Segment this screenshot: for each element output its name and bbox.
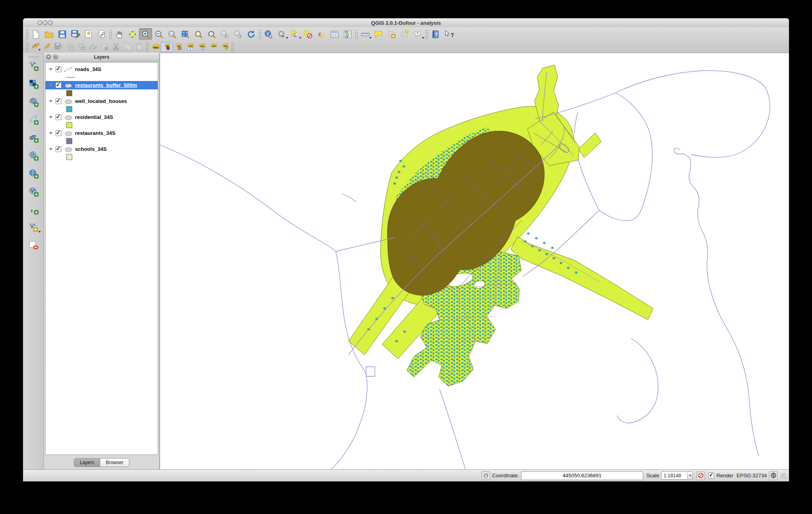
field-calculator-button[interactable] <box>341 28 354 40</box>
toolbar-grip[interactable] <box>109 30 112 39</box>
move-label-button[interactable]: abc <box>196 42 207 52</box>
layer-row-roads[interactable]: roads_34S <box>46 65 158 73</box>
select-features-button[interactable] <box>288 28 301 40</box>
add-wcs-layer-button[interactable] <box>26 167 41 180</box>
add-feature-button[interactable] <box>64 42 75 52</box>
scale-combobox[interactable]: 1:18148 <box>661 471 693 480</box>
map-canvas[interactable] <box>160 53 789 469</box>
show-bookmarks-button[interactable] <box>398 28 411 40</box>
help-contents-button[interactable]: ? <box>429 28 442 40</box>
pin-labels-button[interactable]: ab <box>161 42 172 52</box>
cut-features-button[interactable] <box>110 42 122 52</box>
save-project-as-button[interactable] <box>69 28 82 40</box>
composer-manager-button[interactable] <box>95 28 108 40</box>
stop-render-button[interactable] <box>696 471 705 480</box>
expand-triangle-icon[interactable] <box>49 132 53 134</box>
toolbar-grip[interactable] <box>146 42 149 51</box>
current-edits-button[interactable] <box>29 42 41 52</box>
pan-map-button[interactable] <box>113 28 126 40</box>
zoom-to-layer-button[interactable] <box>205 28 218 40</box>
zoom-out-button[interactable] <box>152 28 165 40</box>
mouse-position-toggle-button[interactable] <box>481 471 490 480</box>
add-spatialite-layer-button[interactable] <box>26 113 41 126</box>
layer-row-restaurants-buffer[interactable]: restaurants_buffer_500m <box>46 81 158 89</box>
rotate-label-button[interactable]: abc <box>207 42 219 52</box>
expand-triangle-icon[interactable] <box>49 84 53 87</box>
toolbar-grip[interactable] <box>26 30 28 39</box>
toolbar-grip[interactable] <box>231 42 234 51</box>
remove-layer-button[interactable] <box>26 239 41 252</box>
delete-selected-button[interactable] <box>99 42 110 52</box>
layer-checkbox[interactable] <box>55 130 61 136</box>
new-project-button[interactable] <box>29 28 42 40</box>
toolbar-grip[interactable] <box>355 30 358 39</box>
toolbar-grip[interactable] <box>425 30 428 39</box>
whats-this-button[interactable]: ? <box>442 28 455 40</box>
layer-checkbox[interactable] <box>55 82 61 88</box>
save-project-button[interactable] <box>55 28 69 40</box>
add-delimited-text-layer-button[interactable]: , <box>26 203 41 216</box>
tab-browser[interactable]: Browser <box>100 458 129 467</box>
change-label-button[interactable]: abc <box>219 42 230 52</box>
add-mssql-layer-button[interactable] <box>26 131 41 144</box>
refresh-map-button[interactable] <box>244 28 257 40</box>
save-layer-edits-button[interactable] <box>52 42 64 52</box>
panel-close-icon[interactable]: ✕ <box>46 54 51 59</box>
layer-row-residential[interactable]: residential_34S <box>46 113 158 121</box>
title-bar[interactable]: QGIS 2.0.1-Dufour - analysis <box>23 18 789 28</box>
zoom-to-selection-button[interactable] <box>192 28 205 40</box>
toolbar-grip[interactable] <box>26 42 28 51</box>
zoom-full-button[interactable] <box>178 28 192 40</box>
add-raster-layer-button[interactable] <box>26 77 41 90</box>
highlight-pinned-labels-button[interactable]: ab <box>172 42 184 52</box>
zoom-in-button[interactable] <box>139 28 152 40</box>
new-print-composer-button[interactable] <box>82 28 95 40</box>
layer-row-schools[interactable]: schools_34S <box>46 145 158 153</box>
expand-triangle-icon[interactable] <box>49 100 53 103</box>
panel-float-icon[interactable]: ❐ <box>53 54 58 59</box>
crs-status-button[interactable] <box>769 471 778 480</box>
layer-checkbox[interactable] <box>55 146 61 152</box>
run-feature-action-button[interactable] <box>275 28 288 40</box>
toolbar-grip[interactable] <box>29 56 38 59</box>
select-by-expression-button[interactable]: ε <box>315 28 328 40</box>
zoom-window-button[interactable] <box>48 20 53 25</box>
zoom-native-button[interactable]: 1:1 <box>165 28 178 40</box>
identify-features-button[interactable]: i <box>262 28 275 40</box>
coordinate-input[interactable] <box>521 471 643 480</box>
pan-to-selection-button[interactable] <box>126 28 139 40</box>
layer-row-restaurants[interactable]: restaurants_34S <box>46 129 158 137</box>
zoom-next-button[interactable] <box>231 28 244 40</box>
toggle-editing-button[interactable] <box>41 42 52 52</box>
layer-checkbox[interactable] <box>55 66 61 72</box>
resize-grip[interactable] <box>781 473 786 478</box>
expand-triangle-icon[interactable] <box>49 148 53 150</box>
show-hide-labels-button[interactable]: abc <box>184 42 196 52</box>
add-vector-layer-button[interactable] <box>26 59 41 72</box>
paste-features-button[interactable] <box>133 42 145 52</box>
layer-labeling-button[interactable]: abc <box>149 42 161 52</box>
expand-triangle-icon[interactable] <box>49 68 53 71</box>
new-shapefile-layer-button[interactable] <box>26 221 41 234</box>
minimize-window-button[interactable] <box>43 20 48 25</box>
new-bookmark-button[interactable] <box>385 28 398 40</box>
layer-row-well-located-houses[interactable]: well_located_houses <box>46 97 158 105</box>
layer-checkbox[interactable] <box>55 114 61 120</box>
copy-features-button[interactable] <box>122 42 133 52</box>
toolbar-grip[interactable] <box>258 30 261 39</box>
add-wfs-layer-button[interactable] <box>26 185 41 198</box>
zoom-last-button[interactable] <box>218 28 231 40</box>
tab-layers[interactable]: Layers <box>74 458 100 467</box>
map-tips-button[interactable] <box>372 28 385 40</box>
close-window-button[interactable] <box>38 20 42 25</box>
layer-checkbox[interactable] <box>55 98 61 104</box>
expand-triangle-icon[interactable] <box>49 116 53 119</box>
add-wms-layer-button[interactable] <box>26 149 41 162</box>
measure-line-button[interactable] <box>358 28 372 40</box>
open-attribute-table-button[interactable] <box>328 28 341 40</box>
node-tool-button[interactable] <box>87 42 99 52</box>
render-checkbox[interactable] <box>708 472 714 478</box>
text-annotation-button[interactable]: T <box>411 28 424 40</box>
open-project-button[interactable] <box>42 28 55 40</box>
combo-arrow-icon[interactable] <box>687 472 693 479</box>
